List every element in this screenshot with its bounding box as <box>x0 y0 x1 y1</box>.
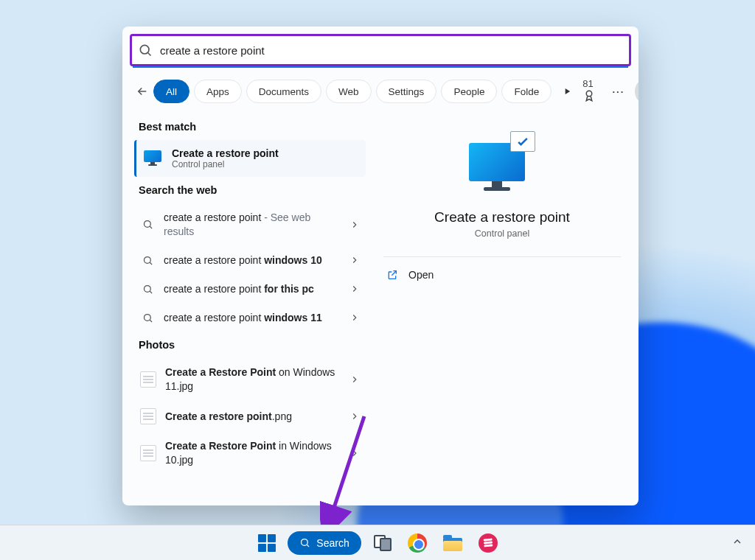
chevron-right-icon[interactable] <box>349 312 360 323</box>
svg-point-9 <box>144 314 150 321</box>
svg-point-2 <box>586 91 592 97</box>
file-thumb-icon <box>140 371 156 388</box>
svg-line-6 <box>150 262 152 265</box>
photo-result[interactable]: Create a Restore Point in Windows 10.jpg <box>134 432 366 475</box>
chevron-up-icon <box>731 536 743 547</box>
search-input[interactable] <box>153 44 623 57</box>
divider <box>383 256 621 257</box>
file-thumb-icon <box>140 445 156 461</box>
task-view-icon <box>374 535 390 551</box>
rewards-count[interactable]: 81 <box>582 78 602 105</box>
taskbar-search-label: Search <box>316 537 349 549</box>
filter-all[interactable]: All <box>153 80 189 103</box>
detail-title: Create a restore point <box>434 209 570 225</box>
result-text: Create a restore point.png <box>165 410 341 424</box>
open-label: Open <box>408 269 434 281</box>
arrow-left-icon <box>136 85 149 98</box>
result-text: create a restore point windows 10 <box>164 253 341 267</box>
start-button[interactable] <box>252 528 282 558</box>
search-bar[interactable] <box>130 34 631 66</box>
section-best-match: Best match <box>134 113 366 140</box>
windows-logo-icon <box>258 534 276 552</box>
search-filters: All Apps Documents Web Settings People F… <box>122 68 639 112</box>
large-monitor-icon <box>462 130 543 196</box>
filter-documents[interactable]: Documents <box>246 80 321 103</box>
filter-apps[interactable]: Apps <box>194 80 242 103</box>
svg-point-3 <box>144 221 150 228</box>
svg-point-5 <box>144 256 150 263</box>
windows-search-panel: All Apps Documents Web Settings People F… <box>122 27 639 505</box>
open-action[interactable]: Open <box>383 262 621 288</box>
profile-avatar[interactable]: P <box>635 80 639 102</box>
filter-settings[interactable]: Settings <box>376 80 437 103</box>
search-icon <box>142 219 153 230</box>
web-result[interactable]: create a restore point - See web results <box>134 203 366 246</box>
photo-result[interactable]: Create a restore point.png <box>134 401 366 432</box>
taskbar: Search <box>0 525 755 560</box>
search-icon <box>299 537 310 548</box>
file-explorer-icon <box>443 535 462 551</box>
search-icon <box>138 43 153 57</box>
detail-subtitle: Control panel <box>475 228 529 239</box>
taskbar-search-button[interactable]: Search <box>288 531 361 555</box>
best-match-subtitle: Control panel <box>172 159 279 169</box>
taskbar-app-chrome[interactable] <box>403 528 432 558</box>
task-view-button[interactable] <box>367 528 397 558</box>
award-icon <box>582 89 596 102</box>
chrome-icon <box>408 533 427 553</box>
section-photos: Photos <box>134 332 366 358</box>
search-icon <box>142 255 153 266</box>
filter-folders[interactable]: Folde <box>501 80 552 103</box>
chevron-right-icon[interactable] <box>349 255 360 265</box>
web-result[interactable]: create a restore point for this pc <box>134 275 366 304</box>
svg-line-10 <box>150 320 152 322</box>
best-match-title: Create a restore point <box>172 147 279 159</box>
result-text: create a restore point - See web results <box>164 211 341 239</box>
result-detail-pane: Create a restore point Control panel Ope… <box>366 112 639 505</box>
svg-point-7 <box>144 285 150 292</box>
svg-point-0 <box>140 45 149 54</box>
svg-line-8 <box>150 291 152 293</box>
monitor-icon <box>144 150 164 167</box>
web-result[interactable]: create a restore point windows 11 <box>134 304 366 332</box>
chevron-right-icon[interactable] <box>349 411 360 421</box>
back-button[interactable] <box>136 85 149 98</box>
chevron-right-icon[interactable] <box>349 220 360 230</box>
svg-line-12 <box>307 545 310 547</box>
web-result[interactable]: create a restore point windows 10 <box>134 246 366 275</box>
search-icon <box>142 284 153 295</box>
svg-point-11 <box>302 539 308 546</box>
result-text: create a restore point windows 11 <box>164 311 341 325</box>
taskbar-app-explorer[interactable] <box>438 528 467 558</box>
chevron-right-icon[interactable] <box>349 448 360 458</box>
checkmark-icon <box>515 134 530 149</box>
round-red-app-icon <box>479 533 498 553</box>
more-options[interactable]: ··· <box>612 86 624 97</box>
photo-result[interactable]: Create a Restore Point on Windows 11.jpg <box>134 358 366 401</box>
play-right-icon <box>562 86 572 97</box>
result-text: Create a Restore Point on Windows 11.jpg <box>165 365 341 393</box>
filter-web[interactable]: Web <box>326 80 372 103</box>
filter-more[interactable] <box>556 80 578 103</box>
svg-line-4 <box>150 227 152 229</box>
svg-line-1 <box>148 53 151 56</box>
result-text: create a restore point for this pc <box>164 282 341 296</box>
best-match-item[interactable]: Create a restore point Control panel <box>134 140 366 177</box>
results-left-column: Best match Create a restore point Contro… <box>122 112 366 505</box>
chevron-right-icon[interactable] <box>349 284 360 294</box>
section-search-web: Search the web <box>134 177 366 203</box>
open-external-icon <box>386 269 398 281</box>
taskbar-app-misc[interactable] <box>473 528 503 558</box>
filter-people[interactable]: People <box>441 80 497 103</box>
result-text: Create a Restore Point in Windows 10.jpg <box>165 439 341 467</box>
show-hidden-icons[interactable] <box>731 536 743 550</box>
chevron-right-icon[interactable] <box>349 374 360 385</box>
file-thumb-icon <box>140 408 156 424</box>
search-icon <box>142 312 153 323</box>
